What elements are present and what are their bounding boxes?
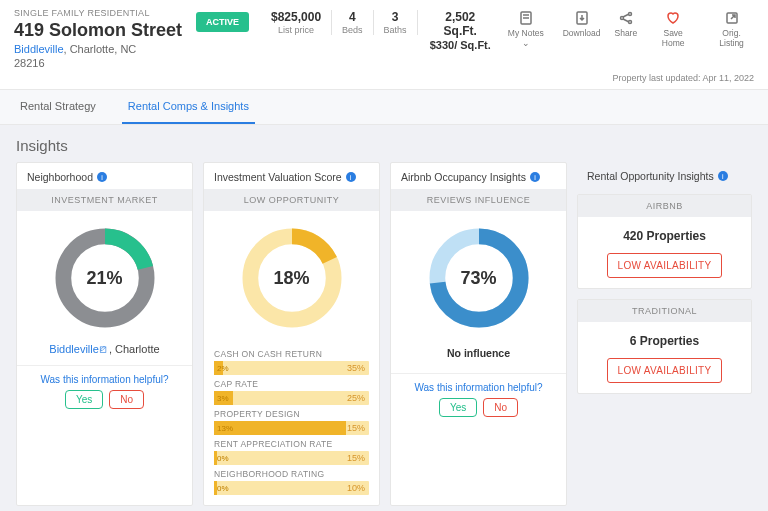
bar-end: 10% [347,481,365,495]
roi-airbnb-card: AIRBNB 420 Properties LOW AVAILABILITY [577,194,752,289]
tab-rental-strategy[interactable]: Rental Strategy [14,90,102,124]
bar-track: 0% 15% [214,451,369,465]
bar-label: CASH ON CASH RETURN [214,349,369,359]
download-icon [574,10,590,26]
donut-pct: 73% [424,223,534,333]
chevron-down-icon: ⌄ [522,38,530,48]
bar-track: 2% 35% [214,361,369,375]
airbnb-donut: 73% [424,223,534,333]
bar-end: 35% [347,361,365,375]
no-influence-text: No influence [391,341,566,363]
bar-fill: 2% [214,361,223,375]
roi-column: Rental Opportunity Insightsi AIRBNB 420 … [577,162,752,506]
bar-row: CAP RATE 3% 25% [214,379,369,405]
valuation-donut: 18% [237,223,347,333]
roi-count: 6 Properties [578,322,751,358]
roi-band: AIRBNB [578,195,751,217]
address-block: SINGLE FAMILY RESIDENTIAL 419 Solomon St… [14,8,184,69]
bar-row: CASH ON CASH RETURN 2% 35% [214,349,369,375]
roi-traditional-card: TRADITIONAL 6 Properties LOW AVAILABILIT… [577,299,752,394]
city-state: Charlotte, NC [70,43,137,55]
property-stats: $825,000List price 4Beds 3Baths 2,502 Sq… [261,10,503,51]
download-button[interactable]: Download [563,10,601,38]
bar-fill: 0% [214,451,217,465]
neighborhood-link[interactable]: Biddleville [14,43,64,55]
card-title-text: Airbnb Occupancy Insights [401,171,526,183]
neighborhood-card: Neighborhoodi INVESTMENT MARKET 21% Bidd… [16,162,193,506]
stat-price: $825,000List price [261,10,332,35]
status-badge: ACTIVE [196,12,249,32]
orig-listing-button[interactable]: Orig. Listing [709,10,754,48]
card-title-text: Neighborhood [27,171,93,183]
info-icon[interactable]: i [530,172,540,182]
helpful-block: Was this information helpful? YesNo [17,365,192,417]
address-subline: Biddleville, Charlotte, NC [14,43,184,55]
bar-end: 25% [347,391,365,405]
donut-caption: Biddleville, Charlotte [17,343,192,355]
property-address: 419 Solomon Street [14,20,184,41]
insights-cards: Neighborhoodi INVESTMENT MARKET 21% Bidd… [0,162,768,506]
hood-link[interactable]: Biddleville [49,343,99,355]
roi-band: TRADITIONAL [578,300,751,322]
card-band: REVIEWS INFLUENCE [391,189,566,211]
info-icon[interactable]: i [97,172,107,182]
edit-icon[interactable] [99,345,109,355]
bar-fill: 0% [214,481,217,495]
bar-track: 3% 25% [214,391,369,405]
bar-row: PROPERTY DESIGN 13% 15% [214,409,369,435]
donut-pct: 21% [50,223,160,333]
share-button[interactable]: Share [615,10,638,38]
heart-icon [665,10,681,26]
donut-pct: 18% [237,223,347,333]
yes-button[interactable]: Yes [65,390,103,409]
helpful-question: Was this information helpful? [391,382,566,393]
my-notes-button[interactable]: My Notes ⌄ [503,10,549,48]
card-title-text: Investment Valuation Score [214,171,342,183]
external-link-icon [724,10,740,26]
bar-row: NEIGHBORHOOD RATING 0% 10% [214,469,369,495]
valuation-bars: CASH ON CASH RETURN 2% 35% CAP RATE 3% 2… [204,341,379,505]
bar-track: 0% 10% [214,481,369,495]
yes-button[interactable]: Yes [439,398,477,417]
stat-baths: 3Baths [374,10,418,35]
bar-label: NEIGHBORHOOD RATING [214,469,369,479]
save-home-button[interactable]: Save Home [651,10,695,48]
zip: 28216 [14,57,184,69]
card-band: INVESTMENT MARKET [17,189,192,211]
helpful-block: Was this information helpful? YesNo [391,373,566,425]
availability-badge: LOW AVAILABILITY [607,358,723,383]
no-button[interactable]: No [483,398,518,417]
bar-track: 13% 15% [214,421,369,435]
last-updated: Property last updated: Apr 11, 2022 [14,69,754,89]
stat-beds: 4Beds [332,10,374,35]
bar-label: PROPERTY DESIGN [214,409,369,419]
info-icon[interactable]: i [346,172,356,182]
bar-end: 15% [347,421,365,435]
stat-sqft: 2,502 Sq.Ft.$330/ Sq.Ft. [418,10,503,51]
insights-heading: Insights [0,125,768,162]
roi-count: 420 Properties [578,217,751,253]
note-icon [518,10,534,26]
bar-fill: 3% [214,391,233,405]
tab-rental-comps[interactable]: Rental Comps & Insights [122,90,255,124]
info-icon[interactable]: i [718,171,728,181]
property-header: SINGLE FAMILY RESIDENTIAL 419 Solomon St… [0,0,768,89]
neighborhood-donut: 21% [50,223,160,333]
no-button[interactable]: No [109,390,144,409]
bar-label: RENT APPRECIATION RATE [214,439,369,449]
card-band: LOW OPPORTUNITY [204,189,379,211]
helpful-question: Was this information helpful? [17,374,192,385]
bar-label: CAP RATE [214,379,369,389]
bar-fill: 13% [214,421,346,435]
header-actions: My Notes ⌄ Download Share Save Home Orig… [503,10,754,48]
airbnb-card: Airbnb Occupancy Insightsi REVIEWS INFLU… [390,162,567,506]
share-icon [618,10,634,26]
availability-badge: LOW AVAILABILITY [607,253,723,278]
card-title-text: Rental Opportunity Insights [587,170,714,182]
property-type: SINGLE FAMILY RESIDENTIAL [14,8,184,18]
bar-end: 15% [347,451,365,465]
bar-row: RENT APPRECIATION RATE 0% 15% [214,439,369,465]
valuation-card: Investment Valuation Scorei LOW OPPORTUN… [203,162,380,506]
tabs: Rental Strategy Rental Comps & Insights [0,89,768,125]
